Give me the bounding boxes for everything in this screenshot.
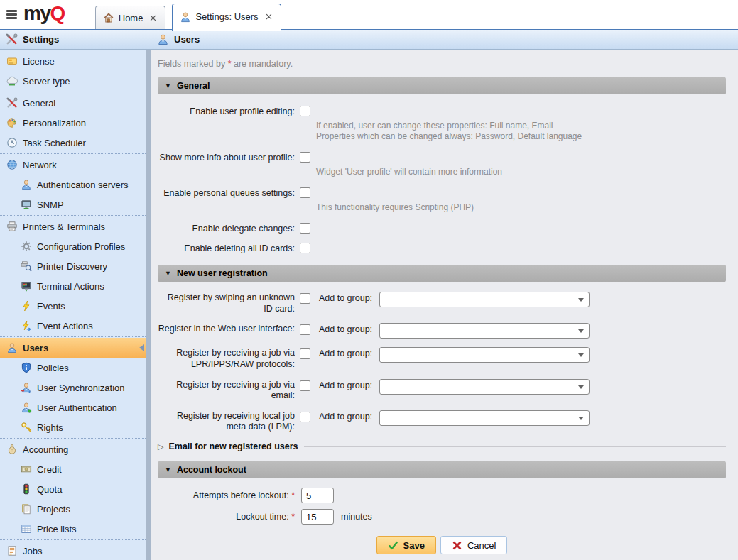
add-to-group-label: Add to group: — [319, 323, 372, 334]
register-email-checkbox[interactable] — [300, 380, 310, 391]
save-button[interactable]: Save — [376, 536, 436, 554]
row-enable-delegate-changes: Enable delegate changes: — [158, 223, 726, 236]
close-icon[interactable] — [148, 13, 158, 23]
add-to-group-select[interactable] — [379, 347, 590, 363]
chevron-down-icon: ▼ — [165, 467, 171, 473]
sidebar-item-policies[interactable]: Policies — [0, 358, 151, 378]
sidebar-item-general[interactable]: General — [0, 93, 151, 113]
menu-icon[interactable] — [6, 10, 17, 19]
sidebar-item-jobs[interactable]: Jobs — [0, 541, 151, 560]
section-header-new-user-registration[interactable]: ▼ New user registration — [158, 265, 726, 282]
section-header-general[interactable]: ▼ General — [158, 77, 726, 94]
sidebar-item-price-lists[interactable]: Price lists — [0, 519, 151, 539]
red-x-icon — [452, 540, 462, 551]
add-to-group-select[interactable] — [379, 410, 590, 426]
field-label: Enable delegate changes: — [158, 223, 295, 235]
cancel-button-label: Cancel — [467, 540, 496, 551]
gear-icon — [21, 241, 32, 252]
subsection-email-for-new-registered-users[interactable]: ▷ Email for new registered users — [158, 441, 726, 451]
enable-user-profile-editing-checkbox[interactable] — [300, 106, 310, 116]
sidebar-item-personalization[interactable]: Personalization — [0, 113, 151, 133]
sidebar-item-projects[interactable]: Projects — [0, 499, 151, 519]
register-unknown-id-card-checkbox[interactable] — [300, 293, 310, 304]
user-icon — [180, 11, 191, 23]
add-to-group-select[interactable] — [379, 323, 590, 339]
settings-sidebar: Settings License Server type General Per… — [0, 30, 151, 560]
help-text: If enabled, user can change these proper… — [316, 121, 726, 131]
add-to-group-select[interactable] — [379, 379, 590, 395]
printer-search-icon — [21, 260, 32, 272]
nav-separator — [0, 215, 151, 216]
sidebar-item-server-type[interactable]: Server type — [0, 71, 151, 91]
documents-icon — [21, 503, 32, 515]
sidebar-item-snmp[interactable]: SNMP — [0, 194, 151, 214]
tab-settings-users[interactable]: Settings: Users — [172, 4, 281, 31]
sidebar-item-license[interactable]: License — [0, 51, 151, 71]
nav-separator — [0, 438, 151, 439]
sidebar-item-label: Printer Discovery — [37, 261, 107, 272]
dropdown-arrow-icon — [578, 329, 584, 333]
users-settings-panel: Users Fields marked by * are mandatory. … — [151, 30, 738, 560]
cancel-button[interactable]: Cancel — [440, 536, 507, 554]
row-register-lpr-ipps-raw: Register by receiving a job via LPR/IPPS… — [158, 347, 726, 370]
sidebar-item-user-authentication[interactable]: User Authentication — [0, 397, 151, 417]
section-general-body: Enable user profile editing: If enabled,… — [158, 94, 726, 256]
row-enable-user-profile-editing: Enable user profile editing: — [158, 106, 726, 119]
tools-icon — [6, 97, 18, 109]
sidebar-item-label: Projects — [37, 504, 70, 515]
field-label: Register by receiving a job via email: — [158, 379, 295, 402]
content-body: Fields marked by * are mandatory. ▼ Gene… — [151, 50, 738, 554]
row-lockout-time: Lockout time: * minutes — [158, 509, 726, 525]
field-label-text: Attempts before lockout: — [193, 490, 289, 500]
close-icon[interactable] — [264, 12, 273, 21]
save-button-label: Save — [403, 540, 425, 551]
field-label: Attempts before lockout: * — [158, 490, 295, 502]
enable-deleting-id-cards-checkbox[interactable] — [300, 243, 310, 253]
lightning-icon — [21, 300, 32, 312]
register-lpr-ipps-raw-checkbox[interactable] — [300, 348, 310, 359]
document-icon — [6, 545, 18, 556]
sidebar-item-events[interactable]: Events — [0, 296, 151, 316]
sidebar-item-users[interactable]: Users — [0, 338, 151, 358]
row-attempts-before-lockout: Attempts before lockout: * — [158, 488, 726, 503]
section-header-account-lockout[interactable]: ▼ Account lockout — [158, 461, 726, 478]
sidebar-item-network[interactable]: Network — [0, 155, 151, 175]
sidebar-item-configuration-profiles[interactable]: Configuration Profiles — [0, 236, 151, 256]
sidebar-item-printer-discovery[interactable]: Printer Discovery — [0, 256, 151, 276]
sidebar-item-task-scheduler[interactable]: Task Scheduler — [0, 133, 151, 153]
mandatory-note-text: are mandatory. — [232, 59, 293, 69]
logo-text-q: Q — [50, 2, 64, 24]
sidebar-item-quota[interactable]: Quota — [0, 479, 151, 499]
user-auth-icon — [21, 402, 32, 413]
sidebar-item-rights[interactable]: Rights — [0, 417, 151, 437]
attempts-before-lockout-input[interactable] — [301, 488, 334, 503]
row-register-unknown-id-card: Register by swiping an unknown ID card: … — [158, 292, 726, 314]
nav-separator — [0, 92, 151, 92]
tab-home[interactable]: Home — [95, 6, 166, 29]
enable-delegate-changes-checkbox[interactable] — [300, 223, 310, 234]
row-enable-personal-queues: Enable personal queues settings: — [158, 187, 726, 200]
tools-icon — [6, 33, 18, 45]
section-title-new-user-registration: New user registration — [177, 268, 268, 278]
sidebar-item-accounting[interactable]: Accounting — [0, 439, 151, 459]
show-more-info-checkbox[interactable] — [300, 152, 310, 163]
dropdown-arrow-icon — [578, 298, 584, 302]
banknote-icon — [21, 463, 32, 475]
sidebar-item-printers-terminals[interactable]: Printers & Terminals — [0, 216, 151, 236]
brand-area: myQ — [0, 0, 65, 29]
sidebar-item-event-actions[interactable]: Event Actions — [0, 316, 151, 336]
mandatory-note: Fields marked by * are mandatory. — [158, 50, 726, 77]
sidebar-item-label: Task Scheduler — [23, 138, 86, 148]
add-to-group-select[interactable] — [379, 292, 590, 307]
sidebar-item-terminal-actions[interactable]: Terminal Actions — [0, 276, 151, 296]
sidebar-item-label: Quota — [37, 484, 62, 495]
enable-personal-queues-checkbox[interactable] — [300, 187, 310, 198]
row-register-email: Register by receiving a job via email: A… — [158, 379, 726, 402]
register-web-interface-checkbox[interactable] — [300, 324, 310, 335]
sidebar-item-credit[interactable]: Credit — [0, 459, 151, 479]
moneybag-icon — [6, 444, 18, 455]
lockout-time-input[interactable] — [301, 509, 334, 525]
sidebar-item-authentication-servers[interactable]: Authentication servers — [0, 175, 151, 194]
register-lpm-checkbox[interactable] — [300, 412, 310, 422]
sidebar-item-user-synchronization[interactable]: User Synchronization — [0, 378, 151, 397]
